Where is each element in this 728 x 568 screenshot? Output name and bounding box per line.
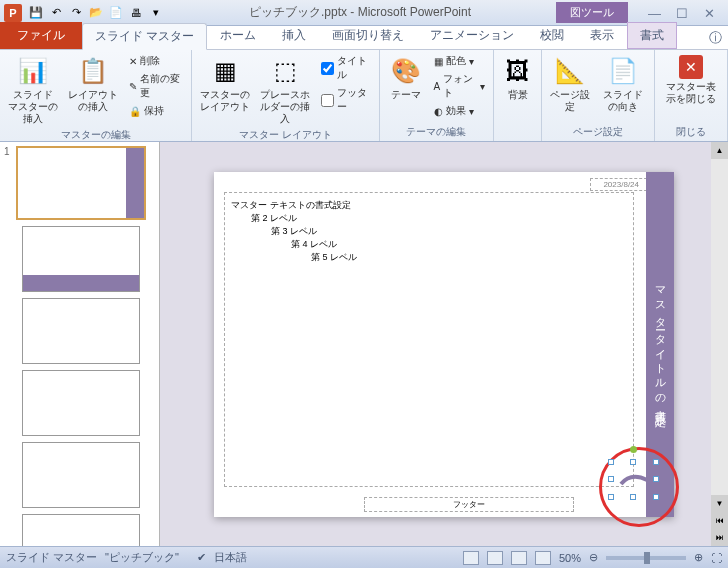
close-master-view-button[interactable]: ✕ マスター表示を閉じる (661, 53, 721, 107)
group-label: 閉じる (661, 124, 721, 140)
insert-layout-label: レイアウトの挿入 (68, 89, 118, 113)
tab-format[interactable]: 書式 (627, 22, 677, 49)
thumb-number: 1 (4, 146, 16, 220)
resize-handle[interactable] (630, 494, 636, 500)
page-setup-button[interactable]: 📐 ページ設定 (548, 53, 592, 115)
thumb-layout[interactable] (4, 442, 155, 508)
resize-handle[interactable] (608, 459, 614, 465)
thumb-layout[interactable] (4, 298, 155, 364)
title-checkbox[interactable]: タイトル (319, 53, 373, 83)
window-controls: — ☐ ✕ (648, 6, 718, 20)
tab-view[interactable]: 表示 (577, 22, 627, 49)
tab-home[interactable]: ホーム (207, 22, 269, 49)
zoom-in-icon[interactable]: ⊕ (694, 551, 703, 564)
placeholder-label: プレースホルダーの挿入 (260, 89, 310, 125)
scroll-up-icon[interactable]: ▲ (711, 142, 728, 159)
view-slideshow-icon[interactable] (535, 551, 551, 565)
background-button[interactable]: 🖼 背景 (500, 53, 536, 103)
background-icon: 🖼 (502, 55, 534, 87)
footer-placeholder[interactable]: フッター (364, 497, 574, 512)
help-icon[interactable]: ⓘ (709, 29, 722, 47)
new-icon[interactable]: 📄 (108, 5, 124, 21)
master-layout-button[interactable]: ▦ マスターのレイアウト (198, 53, 252, 115)
thumb-layout[interactable] (4, 514, 155, 546)
scroll-down-icon[interactable]: ▼ (711, 495, 728, 512)
next-slide-icon[interactable]: ⏭ (711, 529, 728, 546)
footer-checkbox[interactable]: フッター (319, 85, 373, 115)
view-normal-icon[interactable] (463, 551, 479, 565)
zoom-out-icon[interactable]: ⊖ (589, 551, 598, 564)
insert-slide-master-button[interactable]: 📊 スライド マスターの挿入 (6, 53, 60, 127)
slide-orientation-button[interactable]: 📄 スライドの向き (598, 53, 648, 115)
minimize-icon[interactable]: — (648, 6, 662, 20)
open-icon[interactable]: 📂 (88, 5, 104, 21)
effects-button[interactable]: ◐効果 ▾ (432, 103, 488, 119)
rotate-handle[interactable] (630, 446, 637, 453)
resize-handle[interactable] (608, 494, 614, 500)
background-label: 背景 (508, 89, 528, 101)
tab-insert[interactable]: 挿入 (269, 22, 319, 49)
vertical-scrollbar[interactable]: ▲ ▼ ⏮ ⏭ (711, 142, 728, 546)
view-sorter-icon[interactable] (487, 551, 503, 565)
status-mode: スライド マスター (6, 550, 97, 565)
master-layout-label: マスターのレイアウト (200, 89, 250, 113)
resize-handle[interactable] (653, 459, 659, 465)
undo-icon[interactable]: ↶ (48, 5, 64, 21)
window-title: ピッチブック.pptx - Microsoft PowerPoint (164, 4, 556, 21)
group-master-layout: ▦ マスターのレイアウト ⬚ プレースホルダーの挿入 タイトル フッター マスタ… (192, 50, 379, 141)
view-reading-icon[interactable] (511, 551, 527, 565)
redo-icon[interactable]: ↷ (68, 5, 84, 21)
slide-editor[interactable]: 2023/8/24 マスター テキストの書式設定 第 2 レベル 第 3 レベル… (160, 142, 728, 546)
themes-icon: 🎨 (390, 55, 422, 87)
tab-slide-master[interactable]: スライド マスター (82, 23, 207, 50)
zoom-value[interactable]: 50% (559, 552, 581, 564)
tab-review[interactable]: 校閲 (527, 22, 577, 49)
thumb-layout[interactable] (4, 370, 155, 436)
themes-button[interactable]: 🎨 テーマ (386, 53, 426, 103)
slide-canvas[interactable]: 2023/8/24 マスター テキストの書式設定 第 2 レベル 第 3 レベル… (214, 172, 674, 517)
fit-window-icon[interactable]: ⛶ (711, 552, 722, 564)
placeholder-icon: ⬚ (269, 55, 301, 87)
status-theme: "ピッチブック" (105, 550, 179, 565)
page-setup-icon: 📐 (554, 55, 586, 87)
status-language[interactable]: 日本語 (214, 550, 247, 565)
close-icon[interactable]: ✕ (704, 6, 718, 20)
resize-handle[interactable] (630, 459, 636, 465)
resize-handle[interactable] (653, 476, 659, 482)
insert-layout-icon: 📋 (77, 55, 109, 87)
delete-button[interactable]: ✕削除 (127, 53, 185, 69)
insert-layout-button[interactable]: 📋 レイアウトの挿入 (66, 53, 120, 115)
tab-file[interactable]: ファイル (0, 22, 82, 49)
save-icon[interactable]: 💾 (28, 5, 44, 21)
resize-handle[interactable] (653, 494, 659, 500)
fonts-button[interactable]: Aフォント ▾ (432, 71, 488, 101)
thumb-master[interactable]: 1 (4, 146, 155, 220)
insert-placeholder-button[interactable]: ⬚ プレースホルダーの挿入 (258, 53, 312, 127)
group-label: テーマの編集 (386, 124, 487, 140)
preserve-icon: 🔒 (129, 106, 141, 117)
print-icon[interactable]: 🖶 (128, 5, 144, 21)
tab-transitions[interactable]: 画面切り替え (319, 22, 417, 49)
zoom-slider[interactable] (606, 556, 686, 560)
colors-icon: ▦ (434, 56, 443, 67)
maximize-icon[interactable]: ☐ (676, 6, 690, 20)
body-placeholder[interactable]: マスター テキストの書式設定 第 2 レベル 第 3 レベル 第 4 レベル 第… (224, 192, 634, 487)
resize-handle[interactable] (608, 476, 614, 482)
group-label: マスターの編集 (6, 127, 185, 143)
qat-dropdown-icon[interactable]: ▾ (148, 5, 164, 21)
thumb-layout[interactable] (4, 226, 155, 292)
context-tab-label: 図ツール (556, 2, 628, 23)
tab-animations[interactable]: アニメーション (417, 22, 527, 49)
group-label: マスター レイアウト (198, 127, 372, 143)
selected-shape[interactable] (611, 462, 656, 497)
rename-button[interactable]: ✎名前の変更 (127, 71, 185, 101)
group-page-setup: 📐 ページ設定 📄 スライドの向き ページ設定 (542, 50, 655, 141)
close-master-icon: ✕ (679, 55, 703, 79)
prev-slide-icon[interactable]: ⏮ (711, 512, 728, 529)
body-lvl2: 第 2 レベル (251, 212, 627, 225)
rename-icon: ✎ (129, 81, 137, 92)
preserve-button[interactable]: 🔒保持 (127, 103, 185, 119)
group-edit-theme: 🎨 テーマ ▦配色 ▾ Aフォント ▾ ◐効果 ▾ テーマの編集 (380, 50, 494, 141)
date-placeholder[interactable]: 2023/8/24 (590, 178, 652, 191)
colors-button[interactable]: ▦配色 ▾ (432, 53, 488, 69)
